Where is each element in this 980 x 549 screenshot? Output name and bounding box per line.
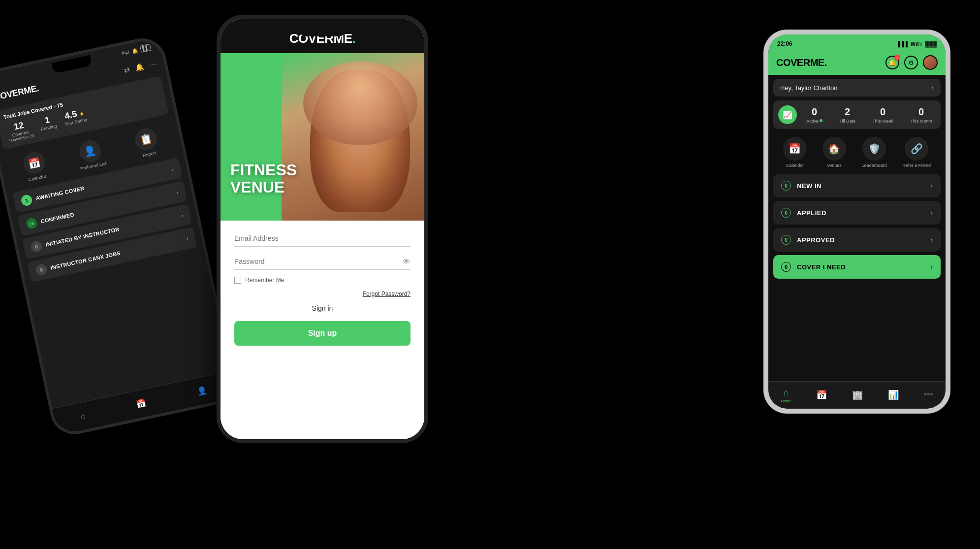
bottom-nav-right: ⌂ Home 📅 🏢 📊 •••	[768, 381, 946, 409]
remember-label: Remember Me	[245, 277, 284, 284]
phone-left: ✕⇄ 🔔 ▌▌ COVERME. ⇄ 🔔 ⋯ Total Jobs Covere…	[0, 34, 239, 439]
email-input[interactable]	[234, 230, 411, 247]
menu-list-left: 1 AWAITING COVER › 26 CONFIRMED › 0 INIT	[6, 155, 229, 409]
stats-row-right: 📈 0 Active 2 Till Date	[773, 100, 941, 129]
home-icon: ⌂	[80, 411, 86, 421]
venues-icon-right: 🏢	[852, 389, 863, 400]
nav-more-right[interactable]: •••	[924, 389, 933, 401]
action-calendar[interactable]: 📅 Calendar	[21, 150, 48, 183]
bell-icon-left[interactable]: 🔔	[134, 62, 144, 71]
logo-left: COVERME.	[0, 83, 40, 103]
menu-cover-i-need[interactable]: 0 COVER I NEED ›	[773, 255, 941, 279]
action-preferred[interactable]: 👤 Preferred List	[75, 138, 107, 171]
trend-icon: 📈	[778, 105, 797, 124]
signal-icon: ▐▐▐	[896, 41, 907, 47]
qi-refer[interactable]: 🔗 Refer a Friend	[903, 137, 931, 168]
nav-calendar-right[interactable]: 📅	[816, 389, 827, 401]
nav-venues-right[interactable]: 🏢	[852, 389, 863, 401]
signup-button[interactable]: Sign up	[234, 321, 411, 346]
quick-icons-right: 📅 Calendar 🏠 Venues 🛡️ Leaderboard 🔗 Ref…	[768, 133, 946, 172]
menu-list-right: 0 NEW IN › 0 APPLIED › 0	[768, 172, 946, 281]
login-form: 👁 Remember Me Forgot Password? Sign in S…	[221, 221, 424, 439]
hero-text: FITNESS VENUE	[230, 161, 297, 196]
greeting-bar[interactable]: Hey, Taylor Charlton ›	[773, 79, 941, 97]
chevron-right-icon: ›	[931, 84, 934, 92]
gear-icon: ⚙	[908, 59, 914, 66]
password-input[interactable]	[234, 254, 411, 270]
stat-thisweek: 0 This Week	[872, 106, 893, 124]
wifi-icon: WiFi	[911, 41, 922, 47]
email-row	[234, 230, 411, 247]
qi-leaderboard[interactable]: 🛡️ Leaderboard	[862, 137, 887, 168]
stats-icon-right: 📊	[888, 389, 899, 400]
nav-calendar-left[interactable]: 📅	[135, 398, 147, 410]
stat-tilldate: 2 Till Date	[839, 106, 855, 124]
calendar-icon: 📅	[135, 398, 147, 410]
remember-row: Remember Me	[234, 277, 411, 284]
chevron-right-icon: ›	[171, 166, 174, 173]
chevron-right-icon: ›	[186, 235, 189, 242]
chevron-right-icon: ›	[176, 189, 179, 196]
more-icon-right: •••	[924, 389, 933, 400]
greeting-text: Hey, Taylor Charlton	[780, 84, 838, 92]
app-content-right: Hey, Taylor Charlton › 📈 0 Active	[768, 75, 946, 381]
app-header-right: COVERME. 🔔 2 ⚙	[768, 53, 946, 75]
chevron-right-icon: ›	[930, 236, 933, 244]
eye-icon[interactable]: 👁	[403, 258, 411, 266]
logo-right: COVERME.	[776, 57, 827, 68]
menu-applied[interactable]: 0 APPLIED ›	[773, 201, 941, 225]
avatar[interactable]	[923, 55, 938, 70]
calendar-icon-right: 📅	[816, 389, 827, 400]
chevron-right-icon: ›	[181, 212, 184, 220]
menu-approved[interactable]: 0 APPROVED ›	[773, 228, 941, 252]
nav-user-left[interactable]: 👤	[196, 385, 208, 396]
hero-section: FITNESS VENUE	[221, 53, 424, 221]
home-icon-right: ⌂	[784, 388, 789, 398]
stat-pending: 1 Pending	[38, 113, 58, 131]
menu-new-in[interactable]: 0 NEW IN ›	[773, 174, 941, 197]
status-bar-right: 22:06 ▐▐▐ WiFi ▓▓▓	[768, 34, 946, 53]
settings-button[interactable]: ⚙	[904, 56, 918, 69]
battery-icon: ▓▓▓	[925, 41, 937, 47]
stat-thismonth: 0 This Month	[910, 106, 932, 124]
chevron-right-icon: ›	[930, 263, 933, 271]
password-row: 👁	[234, 254, 411, 270]
nav-home-right[interactable]: ⌂ Home	[781, 388, 791, 403]
forgot-password-link[interactable]: Forgot Password?	[363, 291, 411, 297]
status-time: 22:06	[777, 40, 792, 47]
nav-stats-right[interactable]: 📊	[888, 389, 899, 401]
qi-calendar[interactable]: 📅 Calendar	[783, 137, 807, 168]
notification-badge: 2	[894, 55, 900, 61]
phone-center: COVERME. FITNESS VENUE	[217, 15, 428, 443]
stat-covered: 12 Covered * December 23	[5, 119, 35, 143]
phone-right: 22:06 ▐▐▐ WiFi ▓▓▓ COVERME. 🔔 2	[763, 30, 950, 414]
stat-rating: 4.5 ★ Your Rating	[62, 107, 88, 127]
user-icon: 👤	[196, 385, 208, 396]
bell-button[interactable]: 🔔 2	[885, 56, 899, 69]
nav-home-left[interactable]: ⌂	[80, 411, 86, 421]
qi-venues[interactable]: 🏠 Venues	[822, 137, 846, 168]
shuffle-icon: ⇄	[123, 65, 130, 74]
chevron-right-icon: ›	[930, 209, 933, 217]
stat-active: 0 Active	[806, 106, 822, 124]
more-icon[interactable]: ⋯	[149, 60, 157, 69]
chevron-right-icon: ›	[930, 182, 933, 190]
sign-in-link[interactable]: Sign in	[234, 304, 411, 312]
action-report[interactable]: 📋 Report	[133, 127, 160, 159]
remember-checkbox[interactable]	[234, 277, 241, 284]
